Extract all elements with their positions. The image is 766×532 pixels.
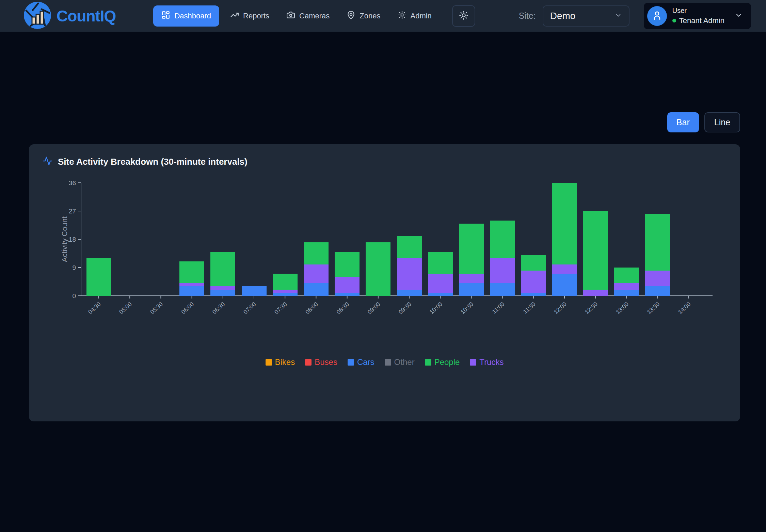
activity-bar-chart[interactable]: 09182736Activity Count04:3005:0005:3006:… bbox=[29, 175, 740, 355]
bar-segment-06:30-cars[interactable] bbox=[210, 290, 235, 296]
bar-segment-06:00-trucks[interactable] bbox=[179, 283, 204, 286]
bar-segment-11:30-cars[interactable] bbox=[521, 293, 546, 296]
bar-segment-08:30-people[interactable] bbox=[335, 252, 360, 277]
brand-logo[interactable]: CountIQ bbox=[24, 2, 116, 30]
legend-swatch bbox=[385, 359, 391, 366]
bar-segment-11:00-cars[interactable] bbox=[490, 283, 515, 296]
legend-swatch bbox=[470, 359, 476, 366]
nav-admin[interactable]: Admin bbox=[392, 6, 438, 26]
chart-area[interactable]: 09182736Activity Count04:3005:0005:3006:… bbox=[29, 175, 740, 355]
bar-segment-08:30-trucks[interactable] bbox=[335, 277, 360, 293]
bar-segment-11:30-people[interactable] bbox=[521, 255, 546, 271]
x-tick-label: 08:30 bbox=[335, 301, 350, 316]
x-tick-label: 06:30 bbox=[211, 301, 226, 316]
legend-label: People bbox=[434, 357, 460, 367]
site-label: Site: bbox=[519, 11, 536, 21]
bar-segment-10:00-people[interactable] bbox=[428, 252, 453, 274]
nav-dashboard[interactable]: Dashboard bbox=[153, 5, 219, 27]
bar-segment-13:00-people[interactable] bbox=[614, 268, 639, 283]
bar-segment-13:00-trucks[interactable] bbox=[614, 283, 639, 289]
map-pin-icon bbox=[347, 11, 355, 21]
camera-icon bbox=[286, 11, 295, 21]
chevron-down-icon bbox=[735, 11, 743, 21]
bar-segment-07:30-cars[interactable] bbox=[273, 293, 298, 296]
bar-segment-13:30-people[interactable] bbox=[645, 214, 670, 271]
x-tick-label: 12:30 bbox=[584, 301, 599, 316]
site-select[interactable]: Demo bbox=[543, 5, 629, 27]
chevron-down-icon bbox=[615, 11, 622, 21]
bar-segment-08:00-trucks[interactable] bbox=[304, 264, 329, 283]
brand-name: CountIQ bbox=[57, 7, 116, 25]
bar-segment-07:30-trucks[interactable] bbox=[273, 290, 298, 293]
x-tick-label: 10:00 bbox=[429, 301, 444, 316]
bar-segment-10:30-people[interactable] bbox=[459, 224, 484, 274]
bar-segment-09:30-trucks[interactable] bbox=[397, 258, 422, 289]
bar-segment-12:00-cars[interactable] bbox=[552, 274, 577, 296]
nav-reports[interactable]: Reports bbox=[224, 6, 275, 26]
bar-segment-13:00-cars[interactable] bbox=[614, 290, 639, 296]
legend-swatch bbox=[266, 359, 272, 366]
main-content: Bar Line Site Activity Breakdown (30-min… bbox=[29, 112, 740, 421]
bar-segment-04:30-people[interactable] bbox=[86, 258, 111, 296]
bar-segment-11:00-trucks[interactable] bbox=[490, 258, 515, 283]
legend-label: Bikes bbox=[275, 357, 295, 367]
theme-toggle-button[interactable] bbox=[452, 5, 475, 27]
bar-segment-09:30-cars[interactable] bbox=[397, 290, 422, 296]
bar-view-button[interactable]: Bar bbox=[667, 112, 699, 132]
bar-segment-11:00-people[interactable] bbox=[490, 221, 515, 258]
x-tick-label: 09:00 bbox=[366, 301, 381, 316]
bar-segment-10:30-trucks[interactable] bbox=[459, 274, 484, 283]
bar-segment-09:30-people[interactable] bbox=[397, 236, 422, 258]
bar-segment-09:00-people[interactable] bbox=[366, 242, 390, 296]
bar-segment-07:30-people[interactable] bbox=[273, 274, 298, 289]
bar-segment-08:00-people[interactable] bbox=[304, 242, 329, 264]
x-tick-label: 06:00 bbox=[180, 301, 195, 316]
bar-segment-13:30-trucks[interactable] bbox=[645, 271, 670, 286]
bar-segment-10:30-cars[interactable] bbox=[459, 283, 484, 296]
x-tick-label: 10:30 bbox=[460, 301, 475, 316]
bar-segment-10:00-cars[interactable] bbox=[428, 293, 453, 296]
legend-item-cars: Cars bbox=[348, 357, 374, 367]
countiq-logo-icon bbox=[24, 2, 51, 30]
user-menu[interactable]: User Tenant Admin bbox=[644, 3, 751, 29]
nav-label: Admin bbox=[411, 12, 432, 20]
bar-segment-08:00-cars[interactable] bbox=[304, 283, 329, 296]
card-header: Site Activity Breakdown (30-minute inter… bbox=[29, 156, 740, 167]
bar-segment-06:30-trucks[interactable] bbox=[210, 286, 235, 289]
user-role: Tenant Admin bbox=[672, 16, 724, 25]
bar-segment-12:30-trucks[interactable] bbox=[583, 290, 608, 296]
legend-swatch bbox=[305, 359, 312, 366]
layout-dashboard-icon bbox=[161, 11, 170, 21]
bar-segment-06:00-cars[interactable] bbox=[179, 286, 204, 296]
legend-label: Other bbox=[394, 357, 415, 367]
bar-segment-06:30-people[interactable] bbox=[210, 252, 235, 286]
x-tick-label: 09:30 bbox=[397, 301, 412, 316]
y-tick-label: 9 bbox=[72, 264, 76, 271]
legend-label: Cars bbox=[357, 357, 374, 367]
bar-segment-12:00-trucks[interactable] bbox=[552, 264, 577, 274]
y-axis-label: Activity Count bbox=[60, 216, 69, 262]
bar-segment-13:30-cars[interactable] bbox=[645, 286, 670, 296]
nav-cameras[interactable]: Cameras bbox=[280, 6, 336, 26]
bar-segment-11:30-trucks[interactable] bbox=[521, 271, 546, 293]
sun-icon bbox=[459, 11, 468, 21]
bar-segment-12:30-people[interactable] bbox=[583, 211, 608, 290]
x-tick-label: 05:00 bbox=[118, 301, 133, 316]
bar-segment-06:00-people[interactable] bbox=[179, 261, 204, 284]
x-tick-label: 07:30 bbox=[273, 301, 288, 316]
line-view-button[interactable]: Line bbox=[704, 112, 740, 132]
main-nav: Dashboard Reports Cameras bbox=[153, 5, 437, 27]
site-select-value: Demo bbox=[550, 11, 576, 21]
bar-segment-10:00-trucks[interactable] bbox=[428, 274, 453, 292]
bar-segment-08:30-cars[interactable] bbox=[335, 293, 360, 296]
x-tick-label: 11:30 bbox=[522, 301, 537, 315]
nav-zones[interactable]: Zones bbox=[340, 6, 386, 26]
activity-icon bbox=[43, 156, 53, 167]
nav-label: Cameras bbox=[299, 12, 330, 20]
x-tick-label: 04:30 bbox=[87, 301, 102, 316]
trending-up-icon bbox=[230, 11, 239, 21]
bar-segment-12:00-people[interactable] bbox=[552, 183, 577, 264]
chart-type-toolbar: Bar Line bbox=[29, 112, 740, 132]
bar-segment-07:00-cars[interactable] bbox=[242, 286, 267, 296]
x-tick-label: 07:00 bbox=[242, 301, 257, 316]
